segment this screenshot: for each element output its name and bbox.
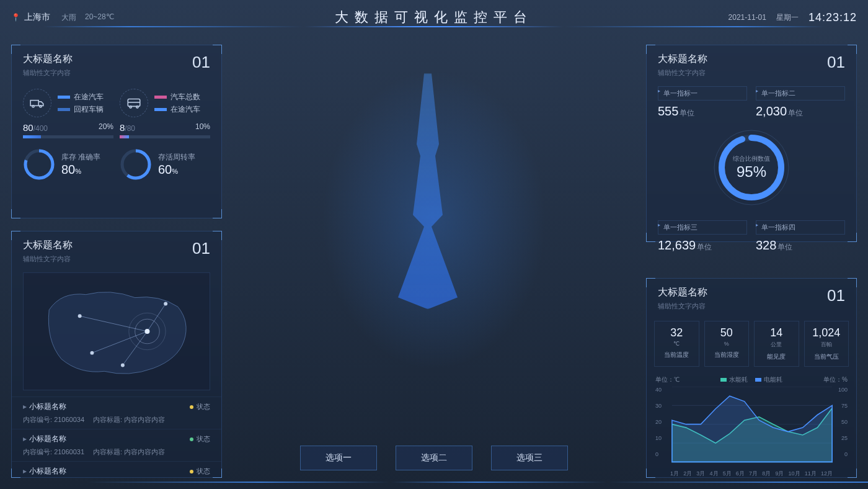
time-text: 14:23:12	[808, 11, 857, 24]
inventory-accuracy-gauge: 库存 准确率80%	[23, 148, 113, 181]
panel4-index: 01	[827, 286, 845, 305]
x-axis: 1月2月3月4月5月6月7月8月9月10月11月12月	[655, 467, 848, 478]
panel1-index: 01	[192, 53, 210, 72]
stat-block-left: 在途汽车 回程车辆 80/400 20%	[23, 89, 113, 138]
weather-display: 大雨 20~28℃	[61, 12, 114, 23]
energy-chart: 单位：℃ 水能耗 电能耗 单位：% 403020100 1007550250 1…	[647, 373, 856, 480]
date-text: 2021-11-01	[728, 13, 766, 22]
stat-block-right: 汽车总数 在途汽车 8/80 10%	[120, 89, 210, 138]
svg-point-6	[136, 106, 138, 108]
panel4-title: 大标题名称	[658, 286, 707, 299]
svg-rect-0	[30, 101, 38, 106]
top-bar: 📍 上海市 大雨 20~28℃ 大数据可视化监控平台 2021-11-01 星期…	[0, 5, 868, 30]
page-title: 大数据可视化监控平台	[335, 8, 533, 27]
weather-condition: 大雨	[61, 12, 76, 23]
truck-icon	[23, 89, 51, 117]
map-panel: 大标题名称 辅助性文字内容 01 ▸小标题名称状态 内容编号: 21060034…	[11, 231, 222, 478]
y-axis-right: 1007550250	[833, 387, 848, 457]
option-buttons: 选项一 选项二 选项三	[300, 446, 568, 470]
svg-point-21	[121, 363, 125, 367]
env-visibility: 14公里能见度	[754, 321, 799, 367]
svg-point-19	[90, 351, 94, 355]
china-map[interactable]	[23, 272, 210, 390]
svg-point-17	[145, 329, 150, 334]
svg-point-18	[78, 314, 82, 318]
svg-point-2	[40, 105, 42, 107]
bottom-decorative-line	[0, 482, 868, 483]
panel2-subtitle: 辅助性文字内容	[23, 254, 73, 264]
location-text: 上海市	[24, 12, 50, 23]
list-item[interactable]: ▸小标题名称状态 内容编号: 21060031内容标题: 内容内容内容	[12, 429, 221, 461]
location-pin-icon: 📍	[11, 13, 20, 22]
env-pressure: 1,024百帕当前气压	[804, 321, 849, 367]
vehicle-stats-panel: 大标题名称 辅助性文字内容 01 在途汽车 回程车辆 80/400 20%	[11, 45, 222, 218]
panel3-index: 01	[827, 53, 845, 72]
panel3-subtitle: 辅助性文字内容	[658, 68, 707, 78]
panel4-subtitle: 辅助性文字内容	[658, 302, 707, 311]
list-item[interactable]: ▸小标题名称状态 内容编号: 21060034内容标题: 内容内容内容	[12, 397, 221, 429]
env-temp: 32℃当前温度	[654, 321, 699, 367]
panel2-title: 大标题名称	[23, 239, 73, 252]
weather-temp: 20~28℃	[85, 12, 114, 23]
list-item[interactable]: ▸小标题名称状态	[12, 461, 221, 481]
panel1-title: 大标题名称	[23, 53, 73, 66]
svg-point-1	[32, 105, 34, 107]
metrics-panel: 大标题名称 辅助性文字内容 01 单一指标一555单位 单一指标二2,030单位…	[646, 45, 857, 242]
option-3-button[interactable]: 选项三	[491, 446, 568, 470]
option-2-button[interactable]: 选项二	[396, 446, 472, 470]
option-1-button[interactable]: 选项一	[300, 446, 377, 470]
env-humidity: 50%当前湿度	[704, 321, 750, 367]
bus-icon	[120, 89, 148, 117]
location-display: 📍 上海市	[11, 12, 50, 23]
ratio-donut-chart: 综合比例数值95%	[711, 127, 792, 208]
turnover-rate-gauge: 存活周转率60%	[120, 148, 210, 181]
svg-point-5	[130, 106, 131, 108]
y-axis-left: 403020100	[655, 387, 670, 457]
environment-panel: 大标题名称 辅助性文字内容 01 32℃当前温度 50%当前湿度 14公里能见度…	[646, 278, 857, 478]
datetime-display: 2021-11-01 星期一 14:23:12	[728, 11, 857, 24]
panel3-title: 大标题名称	[658, 53, 707, 66]
weekday-text: 星期一	[776, 12, 799, 23]
panel2-index: 01	[192, 239, 210, 258]
svg-point-20	[164, 302, 167, 306]
panel1-subtitle: 辅助性文字内容	[23, 68, 73, 78]
